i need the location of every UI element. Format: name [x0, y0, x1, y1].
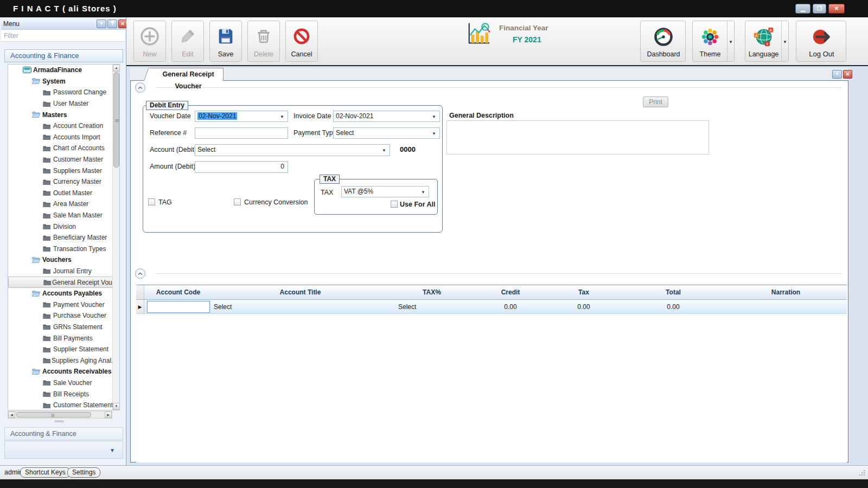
invoice-date-field[interactable]: 02-Nov-2021 ▼	[333, 111, 440, 122]
voucher-date-label: Voucher Date	[150, 112, 191, 120]
sidebar-bottom-panel[interactable]: Accounting & Finance	[4, 427, 123, 440]
menu-pin-button[interactable]	[107, 20, 117, 28]
account-code-cell-input[interactable]	[147, 301, 210, 313]
grid-cell-tax_pct[interactable]: Select	[388, 300, 475, 313]
collapse-grid-section-button[interactable]	[135, 268, 145, 279]
tab-general-receipt-voucher[interactable]: General Receipt Voucher	[149, 68, 224, 81]
folder-icon	[43, 380, 52, 386]
general-description-textarea[interactable]	[446, 120, 709, 155]
grid-cell-tax[interactable]: 0.00	[546, 300, 622, 313]
tree-horizontal-scrollbar[interactable]: ◀ ▶	[8, 411, 112, 419]
tree-item[interactable]: Transaction Types	[8, 243, 113, 255]
title-bar: F I N A C T ( ali Stores ) ▁ ❐ ✕	[0, 0, 868, 17]
tree-item[interactable]: Bill Payments	[8, 332, 113, 344]
theme-dropdown-arrow[interactable]: ▼	[727, 21, 734, 61]
tree-item[interactable]: Purchase Voucher	[8, 310, 113, 322]
menu-close-button[interactable]: ✕	[118, 20, 127, 28]
vertical-scroll-thumb[interactable]	[113, 72, 119, 168]
column-header-narration[interactable]: Narration	[725, 285, 847, 299]
tree-item[interactable]: Bill Receipts	[8, 388, 113, 400]
dashboard-button[interactable]: Dashboard	[640, 21, 686, 62]
scroll-down-button[interactable]: ▼	[113, 403, 120, 410]
tree-item[interactable]: System	[8, 76, 113, 87]
minimize-button[interactable]: ▁	[795, 4, 810, 14]
tree-item[interactable]: General Receipt Vou...	[8, 277, 113, 288]
tag-checkbox[interactable]	[148, 198, 155, 206]
tree-item[interactable]: GRNs Statement	[8, 322, 113, 333]
tree-item[interactable]: Accounts Import	[8, 132, 113, 143]
tree-item[interactable]: Payment Voucher	[8, 299, 113, 310]
grid-cell-account_code[interactable]	[144, 300, 212, 313]
tree-item[interactable]: User Master	[8, 98, 113, 110]
payment-type-select[interactable]: Select ▼	[333, 127, 440, 139]
grid-cell-credit[interactable]: 0.00	[475, 300, 546, 313]
tree-item[interactable]: Sale Voucher	[8, 377, 113, 389]
sidebar-group-header[interactable]: Accounting & Finance	[4, 49, 123, 62]
collapse-top-section-button[interactable]	[135, 82, 145, 93]
tree-item[interactable]: Area Master	[8, 198, 113, 210]
grid-cell-account_title[interactable]: Select	[212, 300, 388, 313]
tree-item[interactable]: Customer Statement	[8, 400, 113, 410]
tree-item[interactable]: Journal Entry	[8, 266, 113, 277]
folder-icon	[43, 201, 52, 207]
language-button[interactable]: AA文 Language ▼	[745, 21, 789, 62]
tree-item[interactable]: Sale Man Master	[8, 210, 113, 221]
column-header-account_code[interactable]: Account Code	[144, 285, 212, 299]
menu-collapse-button[interactable]: ▼	[97, 20, 106, 28]
tree-item[interactable]: ArmadaFinance	[8, 65, 113, 76]
tree-item[interactable]: Masters	[8, 109, 113, 120]
tree-item[interactable]: Account Creation	[8, 120, 113, 132]
tree-item[interactable]: Beneficiary Master	[8, 232, 113, 243]
tree-item[interactable]: Suppliers Aging Anal...	[8, 355, 113, 366]
general-description-label: General Description	[449, 112, 514, 119]
scroll-up-button[interactable]: ▲	[113, 65, 120, 72]
tree-item[interactable]: Supplier Statement	[8, 344, 113, 355]
column-header-credit[interactable]: Credit	[475, 285, 546, 299]
chevron-down-icon: ▼	[783, 40, 787, 44]
close-button[interactable]: ✕	[828, 4, 845, 14]
shortcut-keys-button[interactable]: Shortcut Keys	[20, 467, 71, 478]
tab-close-button[interactable]: ✕	[843, 70, 852, 79]
sidebar-module-dropdown[interactable]: ▼	[4, 441, 123, 459]
tree-item[interactable]: Password Change	[8, 87, 113, 98]
tree-item[interactable]: Accounts Payables	[8, 288, 113, 299]
sidebar-splitter[interactable]	[54, 420, 64, 422]
use-for-all-checkbox[interactable]	[391, 201, 398, 208]
folder-icon	[43, 268, 52, 274]
column-header-tax_pct[interactable]: TAX%	[388, 285, 475, 299]
tree-item[interactable]: Customer Master	[8, 154, 113, 165]
tree-item[interactable]: Accounts Receivables	[8, 366, 113, 377]
resize-grip-icon[interactable]	[859, 470, 865, 478]
theme-button[interactable]: Theme ▼	[692, 21, 735, 62]
reference-input[interactable]	[195, 127, 288, 139]
tree-item[interactable]: Division	[8, 221, 113, 232]
scroll-left-button[interactable]: ◀	[8, 412, 15, 418]
tab-list-dropdown-button[interactable]: ▼	[832, 70, 842, 79]
tree-item[interactable]: Outlet Master	[8, 188, 113, 199]
logout-button[interactable]: Log Out	[796, 21, 846, 62]
print-button[interactable]: Print	[643, 97, 668, 107]
tree-item[interactable]: Chart of Accounts	[8, 143, 113, 154]
column-header-account_title[interactable]: Account Title	[212, 285, 388, 299]
tree-vertical-scrollbar[interactable]: ▲ ▼	[112, 65, 119, 410]
tree-item[interactable]: Currency Master	[8, 176, 113, 188]
amount-debit-input[interactable]: 0	[195, 161, 288, 173]
currency-conversion-checkbox[interactable]	[234, 198, 241, 206]
menu-filter-row[interactable]: Filter	[1, 30, 125, 42]
tree-item[interactable]: Vouchers	[8, 254, 113, 266]
grid-cell-total[interactable]: 0.00	[622, 300, 725, 313]
voucher-date-field[interactable]: 02-Nov-2021 ▼	[195, 111, 288, 122]
grid-data-row[interactable]: ▶SelectSelect0.000.000.00	[136, 300, 847, 314]
horizontal-scroll-thumb[interactable]	[16, 412, 91, 418]
settings-button[interactable]: Settings	[67, 467, 100, 478]
column-header-tax[interactable]: Tax	[546, 285, 622, 299]
maximize-button[interactable]: ❐	[813, 4, 826, 14]
tree-item-label: Sale Man Master	[53, 211, 103, 219]
tax-select[interactable]: VAT @5% ▼	[341, 186, 429, 197]
language-dropdown-arrow[interactable]: ▼	[781, 21, 788, 61]
tree-item[interactable]: Suppliers Master	[8, 165, 113, 176]
column-header-total[interactable]: Total	[622, 285, 725, 299]
grid-cell-narration[interactable]	[725, 300, 847, 313]
account-debit-select[interactable]: Select ▼	[195, 144, 390, 156]
scroll-right-button[interactable]: ▶	[105, 412, 112, 418]
